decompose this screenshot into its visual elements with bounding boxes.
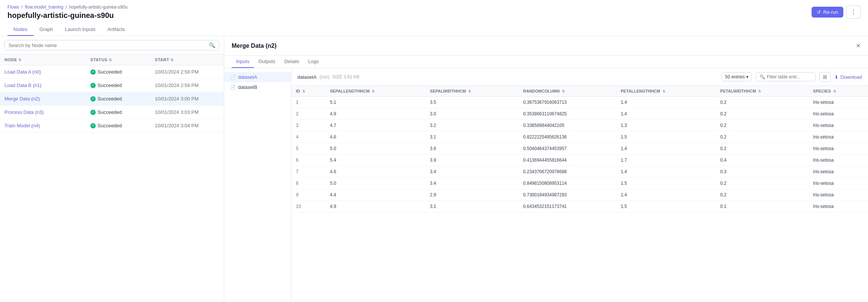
breadcrumb-flows[interactable]: Flows: [7, 4, 19, 10]
table-cell: 0.2: [716, 108, 809, 120]
table-cell: 5.0: [325, 143, 426, 155]
header-actions: ↺ Re-run ⋮: [812, 6, 861, 19]
status-success-icon: [90, 83, 96, 88]
table-cell: 0.3: [716, 166, 809, 178]
table-cell: 0.3538663110674825: [519, 108, 616, 120]
data-table-wrapper: ID ⇅ SEPALLENGTHHCM ⇅ SEPALWIDTHHCM ⇅ RA…: [291, 86, 868, 301]
table-cell: 2.9: [426, 189, 519, 201]
more-button[interactable]: ⋮: [846, 6, 861, 19]
table-cell: 4.6: [325, 166, 426, 178]
download-label: Download: [840, 74, 862, 80]
status-cell: Succeeded: [90, 96, 155, 102]
status-cell: Succeeded: [90, 109, 155, 115]
chevron-down-icon: ▾: [746, 74, 748, 80]
table-cell: 3.1: [426, 201, 519, 212]
table-cell: 3.0: [426, 108, 519, 120]
table-cell: 0.8498150808953114: [519, 178, 616, 189]
table-row[interactable]: Process Data (n3) Succeeded 10/01/2024 3…: [0, 106, 224, 119]
table-cell: 0.6434532151173741: [519, 201, 616, 212]
table-row: 24.93.00.35386631106748251.40.2Iris-seto…: [291, 108, 868, 120]
th-id[interactable]: ID ⇅: [291, 86, 325, 97]
table-row: 44.63.10.82222254956261361.50.2Iris-seto…: [291, 131, 868, 143]
table-cell: 1.4: [616, 143, 716, 155]
node-name[interactable]: Train Model (n4): [4, 123, 90, 128]
data-filesize: SIZE 3.81 KB: [332, 74, 359, 80]
table-row[interactable]: Train Model (n4) Succeeded 10/01/2024 3:…: [0, 119, 224, 133]
table-row-active[interactable]: Merge Data (n2) Succeeded 10/01/2024 3:0…: [0, 92, 224, 106]
table-cell: 5.1: [325, 97, 426, 108]
table-cell: 4.7: [325, 120, 426, 131]
main-tabs: Nodes Graph Launch Inputs Artifacts: [7, 24, 861, 36]
table-row[interactable]: Load Data A (n0) Succeeded 10/01/2024 2:…: [0, 65, 224, 79]
table-cell: 1.4: [616, 189, 716, 201]
tab-graph[interactable]: Graph: [34, 24, 59, 36]
table-row[interactable]: Load Data B (n1) Succeeded 10/01/2024 2:…: [0, 79, 224, 92]
status-success-icon: [90, 123, 96, 128]
start-cell: 10/01/2024 2:58 PM: [155, 69, 220, 75]
breadcrumb-model-training[interactable]: flow.model_training: [25, 4, 64, 10]
breadcrumb-sep2: /: [65, 4, 67, 10]
table-cell: Iris-setosa: [809, 178, 868, 189]
th-species[interactable]: SPECIES ⇅: [809, 86, 868, 97]
table-cell: 0.8222225495626136: [519, 131, 616, 143]
entries-select[interactable]: 50 entries ▾: [722, 72, 752, 81]
table-row: 74.63.40.23437067209786881.40.3Iris-seto…: [291, 166, 868, 178]
table-cell: 0.1: [716, 201, 809, 212]
table-cell: 3.5: [426, 97, 519, 108]
rerun-button[interactable]: ↺ Re-run: [812, 7, 843, 18]
search-icon: 🔍: [209, 42, 215, 48]
tab-artifacts[interactable]: Artifacts: [101, 24, 131, 36]
detail-panel: Merge Data (n2) × Inputs Outputs Details…: [224, 36, 868, 301]
node-name[interactable]: Process Data (n3): [4, 109, 90, 115]
th-sepal-wid[interactable]: SEPALWIDTHHCM ⇅: [426, 86, 519, 97]
start-sort-icon: ⇅: [170, 58, 174, 62]
detail-tab-outputs[interactable]: Outputs: [254, 56, 280, 68]
data-view: datasetA (csv) SIZE 3.81 KB 50 entries ▾…: [291, 68, 868, 301]
search-row: 🔍: [0, 36, 224, 55]
table-cell: 0.2: [716, 97, 809, 108]
tab-launch-inputs[interactable]: Launch Inputs: [59, 24, 102, 36]
th-petal-len[interactable]: PETALLENGTHHCM ⇅: [616, 86, 716, 97]
filter-input[interactable]: [767, 74, 812, 80]
start-cell: 10/01/2024 3:03 PM: [155, 109, 220, 115]
status-success-icon: [90, 96, 96, 102]
table-row: 104.93.10.64345321511737411.50.1Iris-set…: [291, 201, 868, 212]
grid-view-button[interactable]: ⊞: [819, 72, 831, 82]
nodes-panel: 🔍 NODE ⇅ STATUS ⇅ START ⇅ Load Data A (n…: [0, 36, 224, 301]
table-cell: Iris-setosa: [809, 166, 868, 178]
table-cell: Iris-setosa: [809, 155, 868, 166]
close-button[interactable]: ×: [856, 41, 861, 50]
detail-tab-logs[interactable]: Logs: [304, 56, 323, 68]
file-item-datasetA[interactable]: 📄 datasetA: [224, 72, 291, 82]
breadcrumb: Flows / flow.model_training / hopefully-…: [7, 4, 128, 10]
col-status: STATUS ⇅: [90, 57, 155, 62]
table-row: 94.42.90.73001849349872931.40.2Iris-seto…: [291, 189, 868, 201]
search-input[interactable]: [9, 43, 209, 48]
detail-tab-inputs[interactable]: Inputs: [232, 56, 254, 68]
table-row: 15.13.50.36753679160637131.40.2Iris-seto…: [291, 97, 868, 108]
table-cell: 3.4: [426, 166, 519, 178]
node-name[interactable]: Merge Data (n2): [4, 96, 90, 102]
page-header: Flows / flow.model_training / hopefully-…: [0, 0, 868, 36]
table-cell: 0.4136944455816644: [519, 155, 616, 166]
status-success-icon: [90, 110, 96, 115]
table-cell: 1: [291, 97, 325, 108]
th-petal-wid[interactable]: PETALWIDTHHCM ⇅: [716, 86, 809, 97]
detail-tab-details[interactable]: Details: [280, 56, 304, 68]
node-name[interactable]: Load Data B (n1): [4, 82, 90, 88]
table-cell: 3.4: [426, 178, 519, 189]
csv-file-icon: 📄: [230, 75, 236, 80]
tab-nodes[interactable]: Nodes: [7, 24, 34, 36]
th-random[interactable]: RANDOMCOLUMN ⇅: [519, 86, 616, 97]
download-button[interactable]: ⬇ Download: [834, 74, 862, 80]
table-cell: 5: [291, 143, 325, 155]
nodes-table-body: Load Data A (n0) Succeeded 10/01/2024 2:…: [0, 65, 224, 301]
table-cell: 1.7: [616, 155, 716, 166]
table-cell: 0.2: [716, 189, 809, 201]
filter-input-container: 🔍: [756, 72, 816, 81]
download-icon: ⬇: [834, 74, 838, 80]
node-name[interactable]: Load Data A (n0): [4, 69, 90, 75]
file-item-datasetB[interactable]: 📄 datasetB: [224, 82, 291, 92]
th-sepal-len[interactable]: SEPALLENGTHHCM ⇅: [325, 86, 426, 97]
file-name-datasetA: datasetA: [238, 74, 257, 80]
